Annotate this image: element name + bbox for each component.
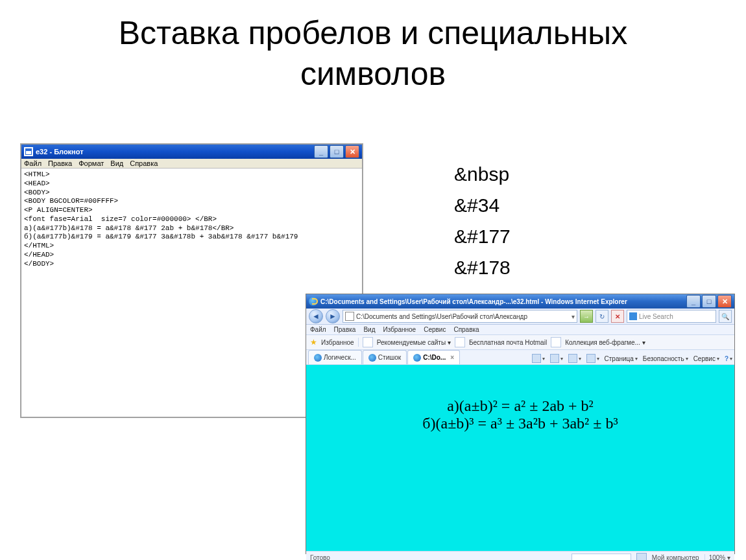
notepad-menu: Файл Правка Формат Вид Справка (21, 159, 362, 169)
stop-button[interactable]: ✕ (611, 310, 624, 323)
menu-edit[interactable]: Правка (48, 159, 72, 167)
close-button[interactable]: ✕ (345, 145, 359, 158)
tab-2-label: Стишок (378, 354, 401, 361)
go-button[interactable]: → (580, 310, 593, 323)
tab-icon (368, 354, 376, 362)
tab-3-active[interactable]: C:\Do...× (407, 350, 460, 364)
tab-1-label: Логическ... (324, 354, 356, 361)
safety-menu[interactable]: Безопасность ▾ (643, 355, 688, 362)
forward-button[interactable]: ► (326, 309, 340, 323)
maximize-button[interactable]: □ (330, 145, 344, 158)
entity-178: &#178 (454, 252, 511, 283)
ie-menu-help[interactable]: Справка (453, 326, 479, 333)
zoom-control[interactable]: 100% ▾ (704, 554, 730, 561)
tab-2[interactable]: Стишок (363, 350, 407, 364)
search-box[interactable]: Live Search (627, 310, 716, 323)
notepad-textarea[interactable]: <HTML> <HEAD> <BODY> <BODY BGCOLOR=#00FF… (21, 169, 362, 270)
address-dropdown-icon[interactable]: ▾ (572, 313, 575, 320)
home-icon (532, 354, 541, 363)
minimize-button[interactable]: _ (314, 145, 328, 158)
back-button[interactable]: ◄ (309, 309, 323, 323)
ie-title-text: C:\Documents and Settings\User\Рабочий с… (320, 298, 686, 305)
ie-menubar: Файл Правка Вид Избранное Сервис Справка (306, 325, 734, 335)
notepad-icon (24, 147, 33, 156)
tab-1[interactable]: Логическ... (308, 350, 362, 364)
menu-help[interactable]: Справка (130, 159, 158, 167)
entity-34: &#34 (454, 190, 511, 221)
zoom-label: 100% ▾ (709, 554, 730, 561)
tab-3-label: C:\Do... (423, 354, 446, 361)
favorites-star-icon[interactable]: ★ (310, 338, 317, 347)
menu-format[interactable]: Формат (78, 159, 104, 167)
service-menu-label: Сервис (693, 355, 716, 362)
ie-statusbar: Готово Мой компьютер 100% ▾ (306, 551, 734, 560)
entity-nbsp: &nbsp (454, 159, 511, 190)
address-text: C:\Documents and Settings\User\Рабочий с… (356, 313, 527, 320)
rendered-line-2: б)(a±b)³ = a³ ± 3a²b + 3ab² ± b³ (306, 415, 734, 432)
favorites-label[interactable]: Избранное (321, 339, 354, 346)
ie-menu-file[interactable]: Файл (310, 326, 326, 333)
mail-button[interactable]: ▾ (568, 354, 581, 363)
menu-file[interactable]: Файл (24, 159, 42, 167)
zone-icon (636, 553, 647, 560)
ie-command-bar: ▾ ▾ ▾ ▾ Страница ▾ Безопасность ▾ Сервис… (532, 354, 732, 364)
refresh-button[interactable]: ↻ (596, 310, 608, 323)
safety-menu-label: Безопасность (643, 355, 684, 362)
ie-titlebar[interactable]: C:\Documents and Settings\User\Рабочий с… (306, 294, 734, 309)
help-button[interactable]: ?▾ (725, 355, 732, 362)
ie-menu-view[interactable]: Вид (363, 326, 375, 333)
ie-menu-edit[interactable]: Правка (334, 326, 356, 333)
ie-tab-strip: Логическ... Стишок C:\Do...× ▾ ▾ ▾ ▾ Стр… (306, 350, 734, 365)
favlink-icon (363, 337, 373, 347)
slide-title: Вставка пробелов и специальных символов (0, 0, 746, 94)
bing-icon (629, 312, 637, 320)
notepad-title-text: е32 - Блокнот (36, 148, 84, 156)
ie-window: C:\Documents and Settings\User\Рабочий с… (306, 294, 735, 554)
rendered-line-1: а)(a±b)² = a² ± 2ab + b² (306, 397, 734, 415)
slide-title-line2: символов (0, 54, 746, 95)
search-button[interactable]: 🔍 (719, 310, 732, 323)
favlink-icon-2 (455, 337, 465, 347)
entity-list: &nbsp &#34 &#177 &#178 (454, 159, 511, 283)
feeds-button[interactable]: ▾ (550, 354, 563, 363)
home-button[interactable]: ▾ (532, 354, 545, 363)
rss-icon (550, 354, 559, 363)
ie-nav-toolbar: ◄ ► C:\Documents and Settings\User\Рабоч… (306, 309, 734, 325)
status-zone: Мой компьютер (652, 554, 699, 561)
tab-close-icon[interactable]: × (450, 354, 454, 361)
search-placeholder: Live Search (639, 313, 673, 320)
mail-icon (568, 354, 577, 363)
ie-menu-favorites[interactable]: Избранное (383, 326, 416, 333)
page-menu[interactable]: Страница ▾ (605, 355, 638, 362)
page-icon (345, 312, 354, 321)
ie-maximize-button[interactable]: □ (702, 295, 716, 308)
ie-viewport: а)(a±b)² = a² ± 2ab + b² б)(a±b)³ = a³ ±… (306, 365, 734, 551)
fav-recommended[interactable]: Рекомендуемые сайты ▾ (377, 339, 451, 346)
status-ready: Готово (310, 554, 330, 561)
ie-minimize-button[interactable]: _ (686, 295, 701, 308)
menu-view[interactable]: Вид (110, 159, 123, 167)
search-icon: 🔍 (721, 313, 729, 320)
fav-hotmail[interactable]: Бесплатная почта Hotmail (469, 339, 547, 346)
tab-icon (413, 354, 421, 362)
ie-favorites-bar: ★ Избранное Рекомендуемые сайты ▾ Беспла… (306, 335, 734, 350)
progress-bar (572, 554, 631, 560)
print-button[interactable]: ▾ (586, 354, 599, 363)
fav-fragments[interactable]: Коллекция веб-фрагме... ▾ (565, 339, 645, 346)
entity-177: &#177 (454, 221, 511, 252)
help-icon: ? (725, 355, 728, 362)
ie-menu-service[interactable]: Сервис (424, 326, 446, 333)
ie-icon (309, 297, 318, 306)
notepad-titlebar[interactable]: е32 - Блокнот _ □ ✕ (21, 145, 362, 159)
print-icon (586, 354, 596, 363)
favlink-icon-3 (551, 337, 561, 347)
page-menu-label: Страница (605, 355, 634, 362)
ie-close-button[interactable]: ✕ (717, 295, 732, 308)
address-bar[interactable]: C:\Documents and Settings\User\Рабочий с… (343, 310, 577, 323)
tab-icon (314, 354, 322, 362)
slide-title-line1: Вставка пробелов и специальных (0, 13, 746, 54)
service-menu[interactable]: Сервис ▾ (693, 355, 719, 362)
